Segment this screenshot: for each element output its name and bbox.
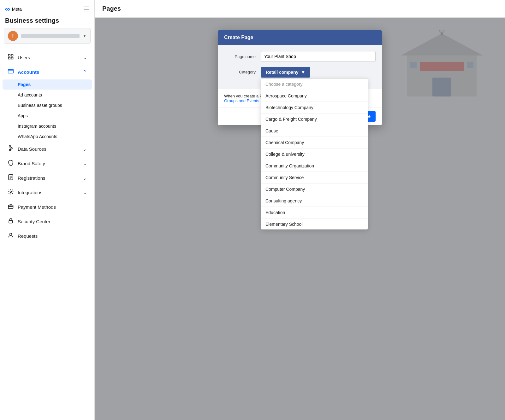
dropdown-item-biotech[interactable]: Biotechnology Company — [261, 102, 368, 114]
business-avatar: T — [8, 31, 18, 41]
sidebar-item-accounts[interactable]: Accounts ⌃ — [3, 65, 92, 79]
integrations-icon — [8, 189, 14, 196]
category-chevron-icon: ▼ — [301, 70, 305, 75]
sidebar-item-data-sources[interactable]: Data Sources ⌄ — [3, 142, 92, 156]
sidebar-title: Business settings — [0, 16, 94, 28]
sidebar-header: ∞ Meta ☰ — [0, 0, 94, 16]
meta-logo: ∞ Meta — [5, 5, 22, 13]
sidebar-item-integrations-label: Integrations — [18, 190, 42, 195]
category-label: Category — [224, 67, 256, 74]
business-name — [21, 34, 80, 38]
main-header: Pages — [95, 0, 505, 18]
sidebar-subitem-pages[interactable]: Pages — [3, 79, 92, 90]
sidebar-item-data-sources-label: Data Sources — [18, 146, 46, 152]
svg-point-17 — [10, 233, 12, 235]
accounts-chevron-icon: ⌃ — [83, 69, 87, 75]
svg-rect-14 — [9, 205, 13, 209]
svg-rect-1 — [11, 55, 13, 56]
main-area: Pages — [95, 0, 505, 420]
page-name-input[interactable] — [261, 51, 376, 62]
sidebar-item-users-label: Users — [18, 55, 30, 60]
brand-safety-chevron-icon: ⌄ — [83, 161, 87, 166]
dropdown-item-education[interactable]: Education — [261, 207, 368, 219]
dropdown-item-elementary[interactable]: Elementary School — [261, 219, 368, 230]
registrations-chevron-icon: ⌄ — [83, 175, 87, 181]
svg-rect-16 — [9, 220, 13, 223]
page-name-row: Page name — [224, 51, 376, 62]
sidebar-item-requests-label: Requests — [18, 233, 38, 239]
page-name-label: Page name — [224, 54, 256, 59]
svg-point-6 — [9, 149, 11, 151]
sidebar-item-registrations[interactable]: Registrations ⌄ — [3, 171, 92, 185]
modal-header: Create Page — [218, 30, 382, 45]
sidebar-item-requests[interactable]: Requests — [3, 229, 92, 243]
security-center-icon — [8, 218, 14, 225]
svg-rect-2 — [8, 69, 14, 73]
dropdown-item-consulting[interactable]: Consulting agency — [261, 195, 368, 207]
sidebar-item-security-center-label: Security Center — [18, 219, 50, 224]
integrations-chevron-icon: ⌄ — [83, 190, 87, 195]
modal-overlay: Create Page Page name Category Reta — [95, 18, 505, 420]
sidebar-subitem-business-asset-groups[interactable]: Business asset groups — [3, 100, 92, 110]
category-dropdown-button[interactable]: Retail company ▼ — [261, 67, 310, 78]
modal-body: Page name Category Retail company ▼ — [218, 45, 382, 89]
selected-category-text: Retail company — [266, 70, 298, 75]
meta-logo-text: Meta — [12, 7, 22, 12]
users-chevron-icon: ⌄ — [83, 55, 87, 61]
business-selector-chevron-icon: ▼ — [83, 34, 86, 38]
svg-point-4 — [9, 146, 11, 147]
sidebar-item-security-center[interactable]: Security Center — [3, 214, 92, 229]
registrations-icon — [8, 174, 14, 182]
business-selector[interactable]: T ▼ — [4, 28, 91, 44]
sidebar-item-integrations[interactable]: Integrations ⌄ — [3, 185, 92, 200]
sidebar-item-brand-safety-label: Brand Safety — [18, 161, 45, 166]
sidebar-subitem-ad-accounts[interactable]: Ad accounts — [3, 90, 92, 100]
page-title: Pages — [102, 5, 497, 12]
category-row: Category Retail company ▼ Choose a categ… — [224, 67, 376, 78]
sidebar-item-brand-safety[interactable]: Brand Safety ⌄ — [3, 156, 92, 171]
sidebar-subitem-instagram-accounts[interactable]: Instagram accounts — [3, 121, 92, 131]
create-page-modal: Create Page Page name Category Reta — [218, 30, 382, 125]
svg-point-13 — [10, 191, 12, 193]
data-sources-icon — [8, 145, 14, 153]
dropdown-item-cause[interactable]: Cause — [261, 125, 368, 137]
sidebar-item-users[interactable]: Users ⌄ — [3, 50, 92, 65]
dropdown-item-college[interactable]: College & university — [261, 149, 368, 160]
dropdown-item-community-org[interactable]: Community Organization — [261, 160, 368, 172]
dropdown-item-aerospace[interactable]: Aerospace Company — [261, 90, 368, 102]
main-content: Create Page Page name Category Reta — [95, 18, 505, 420]
category-dropdown-container: Retail company ▼ Choose a category Aeros… — [261, 67, 376, 78]
sidebar: ∞ Meta ☰ Business settings T ▼ Users ⌄ — [0, 0, 95, 420]
category-dropdown-list: Choose a category Aerospace Company Biot… — [261, 78, 368, 230]
meta-logo-icon: ∞ — [5, 5, 10, 13]
dropdown-item-chemical[interactable]: Chemical Company — [261, 137, 368, 149]
users-icon — [8, 54, 14, 61]
data-sources-chevron-icon: ⌄ — [83, 146, 87, 152]
dropdown-item-cargo[interactable]: Cargo & Freight Company — [261, 114, 368, 125]
requests-icon — [8, 232, 14, 240]
hamburger-menu-icon[interactable]: ☰ — [84, 5, 89, 13]
payment-methods-icon — [8, 203, 14, 211]
sidebar-item-accounts-label: Accounts — [18, 69, 39, 75]
brand-safety-icon — [8, 160, 14, 167]
sidebar-item-payment-methods[interactable]: Payment Methods — [3, 200, 92, 214]
modal-title: Create Page — [224, 35, 253, 40]
dropdown-item-computer[interactable]: Computer Company — [261, 184, 368, 195]
nav-section: Users ⌄ Accounts ⌃ Pages Ad accounts Bus… — [0, 49, 94, 245]
accounts-icon — [8, 68, 14, 76]
sidebar-item-payment-methods-label: Payment Methods — [18, 204, 56, 210]
sidebar-subitem-apps[interactable]: Apps — [3, 111, 92, 121]
sidebar-subitem-whatsapp-accounts[interactable]: WhatsApp Accounts — [3, 131, 92, 142]
sidebar-item-registrations-label: Registrations — [18, 175, 45, 181]
dropdown-item-community-svc[interactable]: Community Service — [261, 172, 368, 184]
dropdown-item-choose[interactable]: Choose a category — [261, 79, 368, 90]
svg-rect-0 — [9, 55, 10, 56]
